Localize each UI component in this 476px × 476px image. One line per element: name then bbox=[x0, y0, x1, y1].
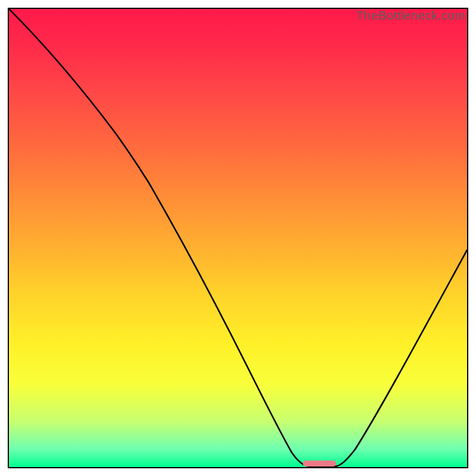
curve-layer bbox=[9, 9, 467, 467]
bottleneck-curve-path bbox=[9, 9, 467, 466]
optimal-range-marker bbox=[303, 461, 336, 466]
watermark-text: TheBottleneck.com bbox=[356, 8, 465, 23]
plot-area bbox=[8, 8, 468, 468]
bottleneck-chart: TheBottleneck.com bbox=[0, 0, 476, 476]
